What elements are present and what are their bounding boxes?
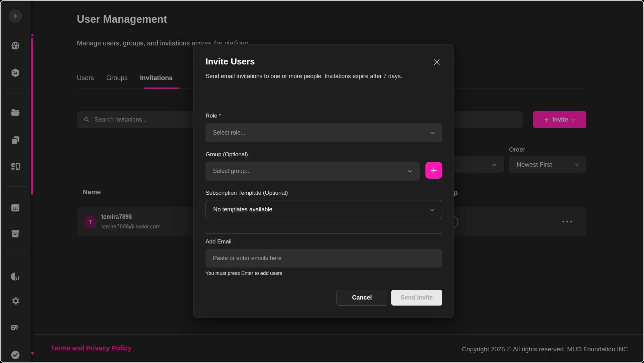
chevron-down-icon [429, 207, 435, 213]
group-select[interactable]: Select group... [206, 162, 420, 181]
role-select-placeholder: Select role... [213, 129, 245, 136]
group-select-placeholder: Select group... [213, 168, 251, 175]
modal-divider [206, 233, 442, 234]
close-icon [432, 58, 441, 66]
group-label: Group (Optional) [206, 151, 248, 158]
add-email-label: Add Email [206, 238, 231, 245]
app-window: User Management Manage users, groups, an… [0, 0, 644, 363]
email-helper-text: You must press Enter to add users [206, 270, 282, 276]
role-select[interactable]: Select role... [206, 123, 442, 142]
chevron-down-icon [429, 130, 435, 136]
template-select[interactable]: No templates available [206, 200, 442, 219]
template-label: Subscription Template (Optional) [206, 190, 288, 196]
add-group-button[interactable] [425, 162, 442, 179]
modal-title: Invite Users [206, 56, 255, 67]
required-asterisk: * [219, 113, 221, 119]
invite-users-modal: Invite Users Send email invitations to o… [193, 44, 454, 318]
plus-icon [430, 166, 438, 174]
close-button[interactable] [432, 58, 441, 67]
cancel-button[interactable]: Cancel [337, 290, 387, 306]
email-input[interactable] [206, 249, 442, 267]
role-label: Role* [206, 113, 221, 119]
modal-description: Send email invitations to one or more pe… [206, 71, 441, 81]
send-invite-button[interactable]: Send Invite [391, 290, 442, 306]
chevron-down-icon [407, 168, 413, 174]
template-select-value: No templates available [213, 206, 272, 213]
